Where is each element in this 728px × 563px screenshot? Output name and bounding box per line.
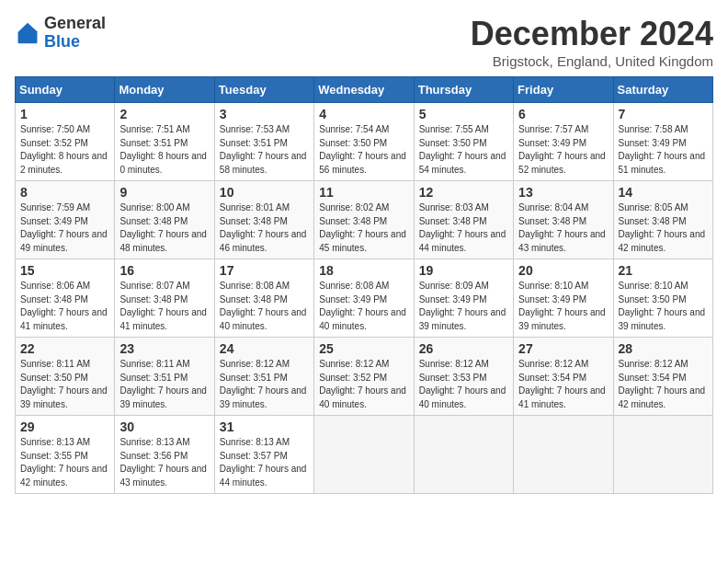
day-cell-31: 31 Sunrise: 8:13 AMSunset: 3:57 PMDaylig… bbox=[214, 416, 313, 494]
day-cell-3: 3 Sunrise: 7:53 AMSunset: 3:51 PMDayligh… bbox=[214, 103, 313, 181]
svg-rect-2 bbox=[18, 32, 38, 43]
day-number: 22 bbox=[20, 341, 109, 356]
calendar-week-2: 8 Sunrise: 7:59 AMSunset: 3:49 PMDayligh… bbox=[16, 181, 713, 259]
day-cell-1: 1 Sunrise: 7:50 AMSunset: 3:52 PMDayligh… bbox=[16, 103, 115, 181]
empty-cell bbox=[314, 416, 414, 494]
day-info: Sunrise: 8:03 AMSunset: 3:48 PMDaylight:… bbox=[419, 202, 506, 253]
day-number: 10 bbox=[220, 185, 309, 200]
day-number: 20 bbox=[518, 263, 608, 278]
day-info: Sunrise: 8:07 AMSunset: 3:48 PMDaylight:… bbox=[119, 281, 207, 331]
day-cell-22: 22 Sunrise: 8:11 AMSunset: 3:50 PMDaylig… bbox=[16, 338, 115, 416]
day-number: 19 bbox=[419, 263, 508, 278]
calendar-week-5: 29 Sunrise: 8:13 AMSunset: 3:55 PMDaylig… bbox=[16, 416, 713, 494]
day-cell-18: 18 Sunrise: 8:08 AMSunset: 3:49 PMDaylig… bbox=[314, 259, 414, 338]
day-cell-13: 13 Sunrise: 8:04 AMSunset: 3:48 PMDaylig… bbox=[514, 181, 613, 259]
day-cell-14: 14 Sunrise: 8:05 AMSunset: 3:48 PMDaylig… bbox=[613, 181, 712, 259]
day-number: 27 bbox=[518, 341, 608, 356]
logo-icon bbox=[15, 20, 40, 46]
page-header: General Blue December 2024 Brigstock, En… bbox=[15, 15, 713, 69]
header-friday: Friday bbox=[514, 77, 613, 103]
header-sunday: Sunday bbox=[16, 77, 115, 103]
day-info: Sunrise: 8:12 AMSunset: 3:54 PMDaylight:… bbox=[518, 359, 606, 409]
day-info: Sunrise: 7:58 AMSunset: 3:49 PMDaylight:… bbox=[619, 124, 706, 175]
day-info: Sunrise: 8:13 AMSunset: 3:56 PMDaylight:… bbox=[119, 437, 207, 488]
day-number: 12 bbox=[419, 185, 508, 200]
header-monday: Monday bbox=[115, 77, 214, 103]
day-number: 2 bbox=[119, 107, 209, 121]
day-cell-19: 19 Sunrise: 8:09 AMSunset: 3:49 PMDaylig… bbox=[414, 259, 513, 338]
day-cell-11: 11 Sunrise: 8:02 AMSunset: 3:48 PMDaylig… bbox=[314, 181, 414, 259]
day-info: Sunrise: 8:12 AMSunset: 3:54 PMDaylight:… bbox=[619, 359, 706, 409]
day-info: Sunrise: 8:02 AMSunset: 3:48 PMDaylight:… bbox=[319, 202, 406, 253]
day-number: 24 bbox=[220, 341, 309, 356]
day-cell-7: 7 Sunrise: 7:58 AMSunset: 3:49 PMDayligh… bbox=[613, 103, 712, 181]
day-number: 28 bbox=[619, 341, 708, 356]
day-cell-23: 23 Sunrise: 8:11 AMSunset: 3:51 PMDaylig… bbox=[115, 338, 214, 416]
day-info: Sunrise: 8:10 AMSunset: 3:49 PMDaylight:… bbox=[518, 281, 606, 331]
day-info: Sunrise: 8:11 AMSunset: 3:51 PMDaylight:… bbox=[119, 359, 207, 409]
day-info: Sunrise: 7:50 AMSunset: 3:52 PMDaylight:… bbox=[20, 124, 108, 175]
day-info: Sunrise: 8:05 AMSunset: 3:48 PMDaylight:… bbox=[619, 202, 706, 253]
day-info: Sunrise: 8:08 AMSunset: 3:48 PMDaylight:… bbox=[220, 281, 307, 331]
day-number: 3 bbox=[220, 107, 309, 121]
day-cell-5: 5 Sunrise: 7:55 AMSunset: 3:50 PMDayligh… bbox=[414, 103, 513, 181]
day-cell-25: 25 Sunrise: 8:12 AMSunset: 3:52 PMDaylig… bbox=[314, 338, 414, 416]
day-number: 16 bbox=[119, 263, 209, 278]
day-cell-20: 20 Sunrise: 8:10 AMSunset: 3:49 PMDaylig… bbox=[514, 259, 613, 338]
calendar-table: SundayMondayTuesdayWednesdayThursdayFrid… bbox=[15, 76, 713, 494]
day-cell-21: 21 Sunrise: 8:10 AMSunset: 3:50 PMDaylig… bbox=[613, 259, 712, 338]
day-cell-28: 28 Sunrise: 8:12 AMSunset: 3:54 PMDaylig… bbox=[613, 338, 712, 416]
day-number: 23 bbox=[119, 341, 209, 356]
day-info: Sunrise: 7:55 AMSunset: 3:50 PMDaylight:… bbox=[419, 124, 506, 175]
day-number: 26 bbox=[419, 341, 508, 356]
day-cell-24: 24 Sunrise: 8:12 AMSunset: 3:51 PMDaylig… bbox=[214, 338, 313, 416]
header-wednesday: Wednesday bbox=[314, 77, 414, 103]
empty-cell bbox=[514, 416, 613, 494]
header-saturday: Saturday bbox=[613, 77, 712, 103]
day-number: 14 bbox=[619, 185, 708, 200]
day-cell-4: 4 Sunrise: 7:54 AMSunset: 3:50 PMDayligh… bbox=[314, 103, 414, 181]
day-info: Sunrise: 8:01 AMSunset: 3:48 PMDaylight:… bbox=[220, 202, 307, 253]
day-number: 11 bbox=[319, 185, 408, 200]
day-cell-9: 9 Sunrise: 8:00 AMSunset: 3:48 PMDayligh… bbox=[115, 181, 214, 259]
logo: General Blue bbox=[15, 15, 106, 52]
location: Brigstock, England, United Kingdom bbox=[471, 53, 713, 69]
day-info: Sunrise: 8:10 AMSunset: 3:50 PMDaylight:… bbox=[619, 281, 706, 331]
day-number: 8 bbox=[20, 185, 109, 200]
day-info: Sunrise: 7:57 AMSunset: 3:49 PMDaylight:… bbox=[518, 124, 606, 175]
day-info: Sunrise: 7:53 AMSunset: 3:51 PMDaylight:… bbox=[220, 124, 307, 175]
day-info: Sunrise: 8:11 AMSunset: 3:50 PMDaylight:… bbox=[20, 359, 108, 409]
day-number: 25 bbox=[319, 341, 408, 356]
day-cell-8: 8 Sunrise: 7:59 AMSunset: 3:49 PMDayligh… bbox=[16, 181, 115, 259]
day-info: Sunrise: 8:08 AMSunset: 3:49 PMDaylight:… bbox=[319, 281, 406, 331]
day-number: 18 bbox=[319, 263, 408, 278]
day-cell-15: 15 Sunrise: 8:06 AMSunset: 3:48 PMDaylig… bbox=[16, 259, 115, 338]
day-number: 31 bbox=[220, 419, 309, 434]
day-cell-10: 10 Sunrise: 8:01 AMSunset: 3:48 PMDaylig… bbox=[214, 181, 313, 259]
day-number: 4 bbox=[319, 107, 408, 121]
day-number: 6 bbox=[518, 107, 608, 121]
day-number: 30 bbox=[119, 419, 209, 434]
day-number: 15 bbox=[20, 263, 109, 278]
title-block: December 2024 Brigstock, England, United… bbox=[471, 15, 713, 69]
logo-text: General Blue bbox=[44, 15, 106, 52]
calendar-week-3: 15 Sunrise: 8:06 AMSunset: 3:48 PMDaylig… bbox=[16, 259, 713, 338]
empty-cell bbox=[613, 416, 712, 494]
day-info: Sunrise: 8:00 AMSunset: 3:48 PMDaylight:… bbox=[119, 202, 207, 253]
day-cell-30: 30 Sunrise: 8:13 AMSunset: 3:56 PMDaylig… bbox=[115, 416, 214, 494]
day-number: 5 bbox=[419, 107, 508, 121]
day-number: 17 bbox=[220, 263, 309, 278]
day-cell-27: 27 Sunrise: 8:12 AMSunset: 3:54 PMDaylig… bbox=[514, 338, 613, 416]
header-tuesday: Tuesday bbox=[214, 77, 313, 103]
calendar-header-row: SundayMondayTuesdayWednesdayThursdayFrid… bbox=[16, 77, 713, 103]
day-number: 9 bbox=[119, 185, 209, 200]
day-cell-29: 29 Sunrise: 8:13 AMSunset: 3:55 PMDaylig… bbox=[16, 416, 115, 494]
day-cell-16: 16 Sunrise: 8:07 AMSunset: 3:48 PMDaylig… bbox=[115, 259, 214, 338]
day-info: Sunrise: 8:06 AMSunset: 3:48 PMDaylight:… bbox=[20, 281, 108, 331]
day-number: 21 bbox=[619, 263, 708, 278]
day-info: Sunrise: 8:13 AMSunset: 3:55 PMDaylight:… bbox=[20, 437, 108, 488]
day-number: 1 bbox=[20, 107, 109, 121]
day-info: Sunrise: 8:12 AMSunset: 3:51 PMDaylight:… bbox=[220, 359, 307, 409]
day-number: 13 bbox=[518, 185, 608, 200]
day-cell-12: 12 Sunrise: 8:03 AMSunset: 3:48 PMDaylig… bbox=[414, 181, 513, 259]
